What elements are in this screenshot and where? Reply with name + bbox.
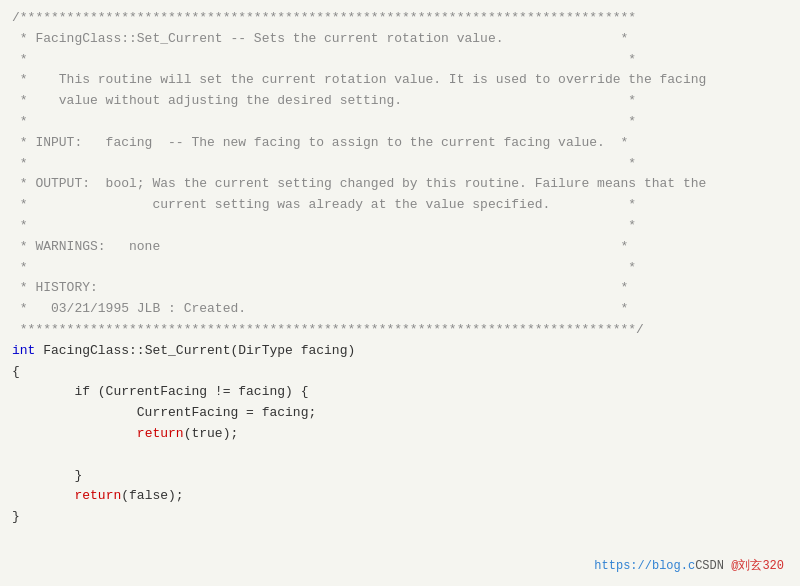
comment-line-7: * INPUT: facing -- The new facing to ass…: [12, 133, 788, 154]
watermark: https://blog.cCSDN @刘玄320: [594, 557, 784, 574]
watermark-user: @刘玄320: [731, 559, 784, 573]
return-false-line: return(false);: [12, 486, 788, 507]
comment-line-2: * FacingClass::Set_Current -- Sets the c…: [12, 29, 788, 50]
if-statement: if (CurrentFacing != facing) {: [12, 382, 788, 403]
brace-close: }: [12, 507, 788, 528]
comment-line-16: ****************************************…: [12, 320, 788, 341]
comment-line-5: * value without adjusting the desired se…: [12, 91, 788, 112]
comment-line-15: * 03/21/1995 JLB : Created. *: [12, 299, 788, 320]
function-signature: int FacingClass::Set_Current(DirType fac…: [12, 341, 788, 362]
comment-line-9: * OUTPUT: bool; Was the current setting …: [12, 174, 788, 195]
assignment-line: CurrentFacing = facing;: [12, 403, 788, 424]
comment-line-1: /***************************************…: [12, 8, 788, 29]
brace-open: {: [12, 362, 788, 383]
inner-brace-close: }: [12, 466, 788, 487]
watermark-url: https://blog.c: [594, 559, 695, 573]
empty-line-1: [12, 445, 788, 466]
comment-line-6: * *: [12, 112, 788, 133]
comment-line-8: * *: [12, 154, 788, 175]
comment-line-13: * *: [12, 258, 788, 279]
comment-line-3: * *: [12, 50, 788, 71]
comment-line-14: * HISTORY: *: [12, 278, 788, 299]
comment-line-12: * WARNINGS: none *: [12, 237, 788, 258]
comment-line-10: * current setting was already at the val…: [12, 195, 788, 216]
return-true-line: return(true);: [12, 424, 788, 445]
watermark-platform: CSDN: [695, 559, 724, 573]
code-container: /***************************************…: [0, 0, 800, 586]
comment-line-11: * *: [12, 216, 788, 237]
comment-line-4: * This routine will set the current rota…: [12, 70, 788, 91]
